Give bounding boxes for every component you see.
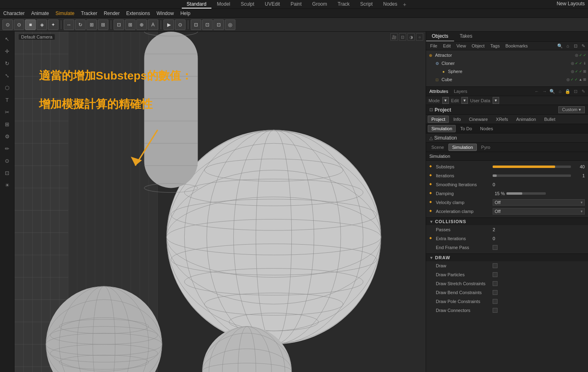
attr-expand-icon[interactable]: ⊡ <box>572 88 579 95</box>
left-icon-move[interactable]: ✛ <box>2 45 13 57</box>
left-icon-knife[interactable]: ✂ <box>2 106 13 118</box>
sim-simulation-tab[interactable]: Simulation <box>448 144 476 151</box>
obj-menu-view[interactable]: View <box>454 43 469 49</box>
toolbar-btn-render[interactable]: ⊡ <box>191 19 201 30</box>
draw-bend-checkbox[interactable] <box>493 290 498 295</box>
toolbar-btn-local[interactable]: A <box>148 19 158 30</box>
attr-lock-icon[interactable]: 🔒 <box>564 88 571 95</box>
toolbar-btn-move[interactable]: ↔ <box>64 19 74 30</box>
menu-render[interactable]: Render <box>104 11 120 16</box>
object-row-attractor[interactable]: ⊕ Attractor ◎ ✓ ✓ <box>426 51 588 59</box>
toolbar-btn-3[interactable]: ■ <box>25 19 36 30</box>
obj-expand-icon[interactable]: ⊡ <box>572 43 579 49</box>
left-icon-magnet[interactable]: ⊙ <box>2 155 13 166</box>
iterations-diamond[interactable] <box>429 174 433 178</box>
left-icon-text[interactable]: T <box>2 94 13 105</box>
draw-pole-checkbox[interactable] <box>493 299 498 304</box>
obj-home-icon[interactable]: ⌂ <box>564 43 571 49</box>
viewport-icon-display[interactable]: ⊡ <box>399 33 406 41</box>
obj-menu-object[interactable]: Object <box>469 43 487 49</box>
tab-standard[interactable]: Standard <box>182 0 211 9</box>
mode-dropdown[interactable]: ▾ <box>442 97 449 104</box>
sim-sub-tab-simulation[interactable]: Simulation <box>428 125 456 132</box>
viewport-icon-camera[interactable]: 🎥 <box>390 33 398 41</box>
sub-tab-bullet[interactable]: Bullet <box>541 116 559 123</box>
toolbar-btn-1[interactable]: ⊙ <box>2 19 13 30</box>
menu-animate[interactable]: Animate <box>31 11 49 16</box>
attr-nav-forward[interactable]: → <box>541 88 548 95</box>
toolbar-btn-settings[interactable]: ◎ <box>225 19 235 30</box>
add-tab-icon[interactable]: + <box>403 1 406 8</box>
new-layouts-button[interactable]: New Layouts <box>557 1 585 6</box>
tab-takes[interactable]: Takes <box>454 32 478 41</box>
acceleration-dropdown[interactable]: Off ▾ <box>493 208 585 215</box>
draw-header[interactable]: ▼ DRAW <box>426 254 588 261</box>
toolbar-btn-transform[interactable]: ⊞ <box>98 19 108 30</box>
attr-tab-attributes[interactable]: Attributes <box>428 88 450 94</box>
tab-objects[interactable]: Objects <box>426 32 454 41</box>
toolbar-btn-4[interactable]: ◈ <box>37 19 47 30</box>
toolbar-btn-rotate[interactable]: ↻ <box>75 19 86 30</box>
sim-scene-tab[interactable]: Scene <box>428 144 448 151</box>
damping-slider[interactable] <box>506 192 546 195</box>
left-icon-loop[interactable]: ⊞ <box>2 118 13 130</box>
draw-stretch-checkbox[interactable] <box>493 281 498 286</box>
tab-track[interactable]: Track <box>333 0 355 9</box>
sim-sub-tab-todo[interactable]: To Do <box>457 125 476 132</box>
viewport-icon-render[interactable]: ○ <box>416 33 423 41</box>
tab-nodes[interactable]: Nodes <box>378 0 402 9</box>
toolbar-btn-record[interactable]: ⊙ <box>175 19 185 30</box>
velocity-diamond[interactable] <box>429 200 433 204</box>
smoothing-diamond[interactable] <box>429 183 433 187</box>
object-row-cube[interactable]: □ Cube ◎ ✓ ✓ ▲ ⊞ <box>426 75 588 84</box>
menu-window[interactable]: Window <box>157 11 174 16</box>
extra-iterations-diamond[interactable] <box>429 237 433 241</box>
left-icon-mirror[interactable]: ⊡ <box>2 167 13 178</box>
left-icon-camera[interactable]: ☀ <box>2 179 13 191</box>
menu-extensions[interactable]: Extensions <box>126 11 150 16</box>
obj-menu-edit[interactable]: Edit <box>441 43 453 49</box>
toolbar-btn-2[interactable]: ⊙ <box>14 19 24 30</box>
damping-diamond[interactable] <box>429 191 433 196</box>
object-row-cloner[interactable]: ⚙ Cloner ◎ ✓ ✓ ⇓ <box>426 59 588 67</box>
draw-particles-checkbox[interactable] <box>493 272 498 277</box>
obj-menu-file[interactable]: File <box>428 43 440 49</box>
toolbar-btn-coord[interactable]: ⊡ <box>114 19 124 30</box>
iterations-slider-container[interactable]: 1 <box>493 173 585 178</box>
obj-settings-icon[interactable]: ✎ <box>580 43 586 49</box>
damping-slider-container[interactable]: 15 % <box>493 191 585 196</box>
attr-search-icon[interactable]: 🔍 <box>549 88 556 95</box>
sim-sub-tab-nodes[interactable]: Nodes <box>476 125 497 132</box>
toolbar-btn-5[interactable]: ✦ <box>48 19 58 30</box>
draw-checkbox[interactable] <box>493 263 498 268</box>
tab-uvedit[interactable]: UVEdit <box>260 0 285 9</box>
obj-menu-tags[interactable]: Tags <box>488 43 502 49</box>
velocity-dropdown[interactable]: Off ▾ <box>493 199 585 206</box>
left-icon-select[interactable]: ↖ <box>2 33 13 45</box>
menu-help[interactable]: Help <box>180 11 190 16</box>
substeps-slider-container[interactable]: 40 <box>493 164 585 169</box>
edit-dropdown[interactable]: ▾ <box>461 97 468 104</box>
left-icon-scale[interactable]: ⤡ <box>2 70 13 81</box>
menu-simulate[interactable]: Simulate <box>56 11 75 16</box>
tab-script[interactable]: Script <box>355 0 378 9</box>
sub-tab-xrefs[interactable]: XRefs <box>492 116 512 123</box>
toolbar-btn-scale[interactable]: ⊞ <box>86 19 97 30</box>
attr-settings-icon[interactable]: ✎ <box>580 88 586 95</box>
obj-menu-bookmarks[interactable]: Bookmarks <box>503 43 530 49</box>
substeps-slider[interactable] <box>493 166 571 168</box>
tab-groom[interactable]: Groom <box>307 0 332 9</box>
left-icon-rotate[interactable]: ↻ <box>2 58 13 69</box>
sub-tab-info[interactable]: Info <box>450 116 464 123</box>
substeps-diamond[interactable] <box>429 165 433 169</box>
toolbar-btn-world[interactable]: ⊕ <box>136 19 147 30</box>
toolbar-btn-render-view[interactable]: ⊡ <box>202 19 213 30</box>
obj-search-icon[interactable]: 🔍 <box>557 43 563 49</box>
toolbar-btn-snap[interactable]: ⊞ <box>125 19 136 30</box>
acceleration-diamond[interactable] <box>429 209 433 213</box>
sim-pyro-tab[interactable]: Pyro <box>478 144 494 151</box>
sub-tab-cineware[interactable]: Cineware <box>465 116 491 123</box>
left-icon-paint[interactable]: ✏ <box>2 143 13 154</box>
left-icon-bridge[interactable]: ⚙ <box>2 131 13 142</box>
object-row-sphere[interactable]: ● Sphere ◎ ✓ ✓ ⊞ <box>426 67 588 75</box>
